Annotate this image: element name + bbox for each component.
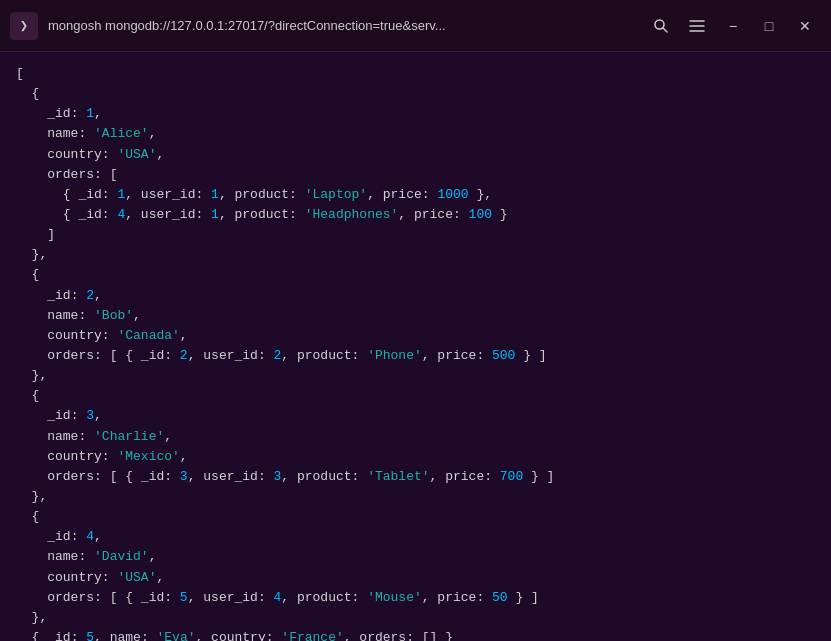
- terminal-line: [: [16, 64, 815, 84]
- terminal-line: },: [16, 608, 815, 628]
- terminal-line: { _id: 1, user_id: 1, product: 'Laptop',…: [16, 185, 815, 205]
- window-controls: − □ ✕: [645, 12, 821, 40]
- terminal-line: {: [16, 84, 815, 104]
- terminal-line: },: [16, 245, 815, 265]
- terminal-line: _id: 4,: [16, 527, 815, 547]
- terminal-line: country: 'USA',: [16, 568, 815, 588]
- search-icon: [653, 18, 669, 34]
- terminal-line: country: 'Canada',: [16, 326, 815, 346]
- app-icon: ❯: [10, 12, 38, 40]
- hamburger-icon: [689, 19, 705, 33]
- close-button[interactable]: ✕: [789, 12, 821, 40]
- terminal-line: },: [16, 487, 815, 507]
- terminal-line: name: 'Alice',: [16, 124, 815, 144]
- terminal-line: { _id: 4, user_id: 1, product: 'Headphon…: [16, 205, 815, 225]
- terminal-line: orders: [ { _id: 5, user_id: 4, product:…: [16, 588, 815, 608]
- window-title: mongosh mongodb://127.0.0.1:27017/?direc…: [48, 18, 635, 33]
- app-icon-symbol: ❯: [20, 17, 28, 34]
- terminal-line: {: [16, 386, 815, 406]
- minimize-icon: −: [729, 18, 737, 34]
- terminal-line: _id: 3,: [16, 406, 815, 426]
- terminal-line: { _id: 5, name: 'Eva', country: 'France'…: [16, 628, 815, 641]
- terminal-line: name: 'David',: [16, 547, 815, 567]
- search-button[interactable]: [645, 12, 677, 40]
- terminal-line: country: 'USA',: [16, 145, 815, 165]
- terminal-line: {: [16, 507, 815, 527]
- terminal-line: },: [16, 366, 815, 386]
- terminal-line: orders: [ { _id: 3, user_id: 3, product:…: [16, 467, 815, 487]
- terminal-line: name: 'Charlie',: [16, 427, 815, 447]
- titlebar: ❯ mongosh mongodb://127.0.0.1:27017/?dir…: [0, 0, 831, 52]
- menu-button[interactable]: [681, 12, 713, 40]
- terminal-line: {: [16, 265, 815, 285]
- svg-line-1: [663, 28, 667, 32]
- terminal-line: country: 'Mexico',: [16, 447, 815, 467]
- terminal-line: _id: 1,: [16, 104, 815, 124]
- maximize-icon: □: [765, 18, 773, 34]
- close-icon: ✕: [799, 18, 811, 34]
- terminal-output[interactable]: [ { _id: 1, name: 'Alice', country: 'USA…: [0, 52, 831, 641]
- maximize-button[interactable]: □: [753, 12, 785, 40]
- minimize-button[interactable]: −: [717, 12, 749, 40]
- terminal-line: ]: [16, 225, 815, 245]
- terminal-line: orders: [ { _id: 2, user_id: 2, product:…: [16, 346, 815, 366]
- terminal-line: name: 'Bob',: [16, 306, 815, 326]
- terminal-line: _id: 2,: [16, 286, 815, 306]
- terminal-line: orders: [: [16, 165, 815, 185]
